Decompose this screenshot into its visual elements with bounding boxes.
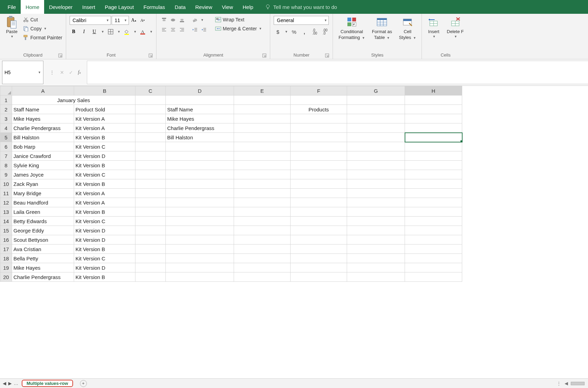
tab-developer[interactable]: Developer xyxy=(44,0,77,14)
cell-F13[interactable] xyxy=(291,207,347,217)
cell-B7[interactable]: Kit Version D xyxy=(74,151,135,161)
cell-A4[interactable]: Charlie Pendergrass xyxy=(12,123,74,133)
cell-A19[interactable]: Mike Hayes xyxy=(12,263,74,272)
cell-F10[interactable] xyxy=(291,179,347,189)
dialog-launcher-icon[interactable] xyxy=(149,53,153,58)
col-header-H[interactable]: H xyxy=(405,86,462,96)
dropdown-caret-icon[interactable]: ▼ xyxy=(259,27,262,30)
cell-F18[interactable] xyxy=(291,254,347,263)
cell-G3[interactable] xyxy=(347,114,405,123)
align-left-icon[interactable] xyxy=(160,26,168,34)
cell-C13[interactable] xyxy=(135,207,166,217)
underline-button[interactable]: U xyxy=(90,28,99,36)
cell-D16[interactable] xyxy=(166,235,234,245)
accounting-format-button[interactable]: $ xyxy=(274,28,282,36)
cell-G5[interactable] xyxy=(347,133,405,142)
font-size-combo[interactable]: 11▼ xyxy=(112,16,129,25)
cell-B3[interactable]: Kit Version A xyxy=(74,114,135,123)
cell-C20[interactable] xyxy=(135,272,166,282)
cell-G13[interactable] xyxy=(347,207,405,217)
cell-C6[interactable] xyxy=(135,142,166,151)
cell-F2[interactable]: Products xyxy=(291,105,347,114)
cell-C19[interactable] xyxy=(135,263,166,272)
cell-A17[interactable]: Ava Cristian xyxy=(12,245,74,254)
row-header-3[interactable]: 3 xyxy=(0,114,12,123)
cell-F16[interactable] xyxy=(291,235,347,245)
cell-E1[interactable] xyxy=(234,96,291,105)
cell-G20[interactable] xyxy=(347,272,405,282)
cell-E4[interactable] xyxy=(234,123,291,133)
cell-G12[interactable] xyxy=(347,198,405,207)
cell-A15[interactable]: George Eddy xyxy=(12,226,74,235)
dropdown-caret-icon[interactable]: ▼ xyxy=(454,35,457,38)
cell-F6[interactable] xyxy=(291,142,347,151)
cell-D2[interactable]: Staff Name xyxy=(166,105,234,114)
font-name-combo[interactable]: Calibri▼ xyxy=(70,16,111,25)
comma-format-button[interactable]: , xyxy=(300,28,308,36)
cell-B15[interactable]: Kit Version D xyxy=(74,226,135,235)
cell-D17[interactable] xyxy=(166,245,234,254)
cell-A13[interactable]: Laila Green xyxy=(12,207,74,217)
cell-E12[interactable] xyxy=(234,198,291,207)
cell-H16[interactable] xyxy=(405,235,462,245)
cell-E3[interactable] xyxy=(234,114,291,123)
dropdown-caret-icon[interactable]: ▼ xyxy=(101,30,104,33)
cell-H7[interactable] xyxy=(405,151,462,161)
tab-file[interactable]: File xyxy=(3,0,21,14)
cell-A16[interactable]: Scout Bettyson xyxy=(12,235,74,245)
cell-A5[interactable]: Bill Halston xyxy=(12,133,74,142)
dropdown-caret-icon[interactable]: ▼ xyxy=(44,27,47,30)
cell-D8[interactable] xyxy=(166,161,234,170)
cell-C16[interactable] xyxy=(135,235,166,245)
cell-C8[interactable] xyxy=(135,161,166,170)
cell-H17[interactable] xyxy=(405,245,462,254)
insert-cells-button[interactable]: Insert ▼ xyxy=(425,16,442,38)
cell-G15[interactable] xyxy=(347,226,405,235)
cell-F1[interactable] xyxy=(291,96,347,105)
tab-review[interactable]: Review xyxy=(191,0,217,14)
cell-H11[interactable] xyxy=(405,189,462,198)
cell-F5[interactable] xyxy=(291,133,347,142)
cell-G11[interactable] xyxy=(347,189,405,198)
tab-insert[interactable]: Insert xyxy=(78,0,100,14)
tab-view[interactable]: View xyxy=(217,0,238,14)
row-header-9[interactable]: 9 xyxy=(0,170,12,179)
cell-B18[interactable]: Kit Version C xyxy=(74,254,135,263)
cell-E5[interactable] xyxy=(234,133,291,142)
cell-A11[interactable]: Mary Bridge xyxy=(12,189,74,198)
cell-G1[interactable] xyxy=(347,96,405,105)
cell-E8[interactable] xyxy=(234,161,291,170)
cell-G2[interactable] xyxy=(347,105,405,114)
cell-H4[interactable] xyxy=(405,123,462,133)
name-box[interactable]: H5 ▼ xyxy=(2,61,43,84)
decrease-decimal-icon[interactable]: .00.0 xyxy=(321,28,329,36)
dropdown-caret-icon[interactable]: ▼ xyxy=(285,30,288,33)
cell-G6[interactable] xyxy=(347,142,405,151)
conditional-formatting-button[interactable]: ≠ Conditional Formatting ▼ xyxy=(336,16,367,40)
cell-H18[interactable] xyxy=(405,254,462,263)
cell-F17[interactable] xyxy=(291,245,347,254)
cell-D13[interactable] xyxy=(166,207,234,217)
cell-F11[interactable] xyxy=(291,189,347,198)
cell-C12[interactable] xyxy=(135,198,166,207)
cell-G14[interactable] xyxy=(347,217,405,226)
cell-F3[interactable] xyxy=(291,114,347,123)
copy-button[interactable]: Copy ▼ xyxy=(23,25,62,32)
row-header-6[interactable]: 6 xyxy=(0,142,12,151)
cell-D4[interactable]: Charlie Pendergrass xyxy=(166,123,234,133)
cell-D3[interactable]: Mike Hayes xyxy=(166,114,234,123)
align-middle-icon[interactable] xyxy=(169,16,177,24)
row-header-2[interactable]: 2 xyxy=(0,105,12,114)
col-header-A[interactable]: A xyxy=(12,86,74,96)
cell-D10[interactable] xyxy=(166,179,234,189)
cell-B2[interactable]: Product Sold xyxy=(74,105,135,114)
cell-E17[interactable] xyxy=(234,245,291,254)
cell-C18[interactable] xyxy=(135,254,166,263)
tab-page-layout[interactable]: Page Layout xyxy=(100,0,139,14)
insert-function-icon[interactable]: fx xyxy=(78,70,81,75)
cell-E10[interactable] xyxy=(234,179,291,189)
col-header-C[interactable]: C xyxy=(135,86,166,96)
cell-G8[interactable] xyxy=(347,161,405,170)
cell-H10[interactable] xyxy=(405,179,462,189)
cell-B9[interactable]: Kit Version C xyxy=(74,170,135,179)
